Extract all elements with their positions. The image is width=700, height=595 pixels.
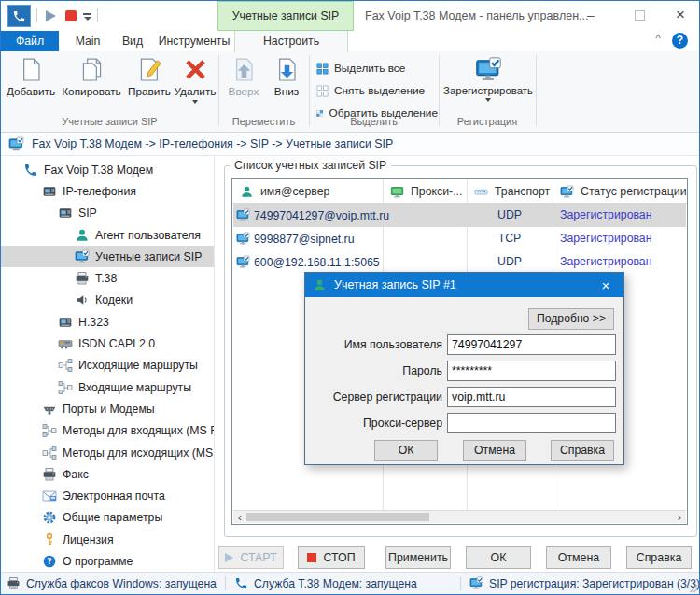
maximize-icon: [635, 10, 645, 21]
qat-dropdown-icon[interactable]: [83, 13, 91, 21]
ip-phone-icon: [42, 184, 57, 199]
stop-button[interactable]: СТОП: [298, 546, 365, 569]
maximize-button[interactable]: [624, 1, 654, 29]
horizontal-scrollbar[interactable]: ‹ ›: [233, 510, 686, 523]
add-button[interactable]: Добавить: [5, 53, 57, 115]
registrar-field[interactable]: [447, 387, 616, 407]
mail-icon: [42, 489, 57, 503]
tree-item-ip-telephony[interactable]: IP-телефония: [1, 180, 214, 202]
tree-item-outgoing-routes[interactable]: Исходящие маршруты: [1, 355, 214, 376]
tree-item-sip-accounts[interactable]: Учетные записи SIP: [1, 246, 214, 267]
dialog-ok-button[interactable]: ОК: [374, 440, 438, 461]
register-dropdown-icon[interactable]: [485, 98, 491, 102]
phone-icon: [23, 163, 38, 177]
tree-item-general-settings[interactable]: Общие параметры: [1, 507, 214, 529]
proxy-field[interactable]: [447, 413, 616, 433]
app-icon-button[interactable]: [7, 5, 31, 27]
proxy-monitor-icon: [390, 185, 404, 199]
tree-item-fax[interactable]: Факс: [1, 463, 214, 485]
table-row[interactable]: 600@192.168.11.1:5065 UDP Зарегистрирова…: [233, 250, 686, 274]
move-up-button[interactable]: Вверх: [224, 53, 263, 115]
fax-icon: [75, 271, 90, 286]
help-button[interactable]: Справка: [626, 546, 692, 569]
contextual-tab-header[interactable]: Учетные записи SIP: [217, 1, 354, 31]
username-field[interactable]: [447, 334, 616, 355]
cancel-button[interactable]: Отмена: [546, 546, 611, 569]
tree-item-license[interactable]: Лицензия: [1, 529, 214, 550]
column-header-transport[interactable]: Транспорт: [467, 179, 553, 204]
ribbon: Добавить Копировать Править Удалить Учет…: [1, 51, 699, 133]
tree-item-codecs[interactable]: Кодеки: [1, 290, 214, 311]
details-button[interactable]: Подробно >>: [528, 308, 614, 330]
dialog-close-icon[interactable]: ×: [595, 277, 616, 293]
username-label: Имя пользователя: [307, 334, 442, 355]
help-icon[interactable]: ?: [672, 33, 688, 49]
tab-view[interactable]: Вид: [113, 31, 152, 51]
tab-main[interactable]: Main: [66, 31, 109, 51]
table-row[interactable]: 74997041297@voip.mtt.ru UDP Зарегистриро…: [233, 204, 686, 227]
scroll-left-icon[interactable]: ‹: [234, 511, 245, 523]
dialog-title: Учетная запись SIP #1: [334, 278, 456, 291]
isdn-card-icon: [58, 336, 73, 351]
move-down-button[interactable]: Вниз: [268, 53, 305, 115]
monitor-check-icon: [469, 576, 483, 590]
register-button[interactable]: Зарегистрировать: [441, 53, 535, 115]
delete-button[interactable]: Удалить: [173, 53, 217, 115]
dialog-cancel-button[interactable]: Отмена: [463, 440, 526, 461]
play-icon[interactable]: [46, 10, 56, 21]
select-all-button[interactable]: Выделить все: [316, 59, 438, 78]
scrollbar-thumb[interactable]: [246, 513, 429, 521]
tree-item-sip[interactable]: SIP: [1, 203, 214, 224]
qat-separator: [36, 8, 37, 22]
stop-icon[interactable]: [65, 10, 77, 21]
tree-item-about[interactable]: О программе: [1, 550, 214, 572]
route-icon: [42, 446, 57, 460]
copy-button[interactable]: Копировать: [57, 53, 126, 115]
edit-icon: [136, 56, 163, 83]
tree-item-h323[interactable]: H.323: [1, 311, 214, 333]
column-header-proxy[interactable]: Прокси-...: [383, 179, 467, 204]
delete-x-icon: [182, 56, 209, 83]
collapse-ribbon-icon[interactable]: ^: [651, 33, 665, 44]
dialog-title-bar[interactable]: Учетная запись SIP #1 ×: [305, 273, 623, 297]
minimize-button[interactable]: –: [576, 1, 606, 29]
register-label: Зарегистрировать: [443, 85, 533, 96]
password-field[interactable]: [447, 361, 616, 381]
tree-item-inbound-methods[interactable]: Методы для входящих (MS Fax: [1, 420, 214, 442]
add-page-icon: [18, 56, 45, 83]
dialog-help-button[interactable]: Справка: [551, 440, 614, 461]
clear-selection-button[interactable]: Снять выделение: [316, 81, 438, 100]
tree-item-user-agent[interactable]: Агент пользователя: [1, 224, 214, 246]
tab-file[interactable]: Файл: [1, 31, 59, 51]
tree-item-outbound-methods[interactable]: Методы для исходящих (MS Fa: [1, 442, 214, 463]
tab-customize-active[interactable]: Настроить: [234, 31, 348, 52]
page-down-icon: [273, 56, 301, 83]
tree-item-email[interactable]: Электронная почта: [1, 485, 214, 506]
group-label-accounts: Учетные записи SIP: [1, 116, 218, 127]
scroll-right-icon[interactable]: ›: [674, 511, 685, 523]
table-row[interactable]: 9998877@sipnet.ru TCP Зарегистрирован: [233, 227, 686, 250]
group-label-move: Переместить: [218, 116, 309, 127]
start-button[interactable]: СТАРТ: [218, 546, 284, 569]
ip-phone-icon: [58, 315, 73, 330]
column-header-status[interactable]: Статус регистрации: [553, 179, 687, 204]
tree-item-incoming-routes[interactable]: Входящие маршруты: [1, 376, 214, 398]
tab-tools[interactable]: Инструменты: [156, 31, 232, 51]
apply-button[interactable]: Применить: [385, 546, 451, 569]
column-header-account[interactable]: имя@сервер: [232, 179, 383, 204]
tree-item-t38[interactable]: T.38: [1, 267, 214, 289]
account-cell: 600@192.168.11.1:5065: [254, 256, 380, 269]
group-label-registration: Регистрация: [439, 116, 536, 127]
tree-item-root[interactable]: Fax Voip T.38 Модем: [1, 159, 214, 180]
edit-button[interactable]: Править: [126, 53, 173, 115]
fax-icon: [42, 467, 57, 482]
monitor-check-icon: [8, 136, 24, 152]
tree-item-ports-modems[interactable]: Порты и Модемы: [1, 398, 214, 419]
resize-grip[interactable]: [689, 584, 697, 592]
delete-dropdown-icon[interactable]: [192, 100, 198, 104]
status-cell: Зарегистрирован: [560, 204, 652, 227]
tree-item-isdn-capi[interactable]: ISDN CAPI 2.0: [1, 333, 214, 354]
close-button[interactable]: ×: [665, 1, 695, 29]
status-t38-service: Служба T.38 Модем: запущена: [234, 573, 417, 594]
ok-button[interactable]: ОК: [466, 546, 531, 569]
